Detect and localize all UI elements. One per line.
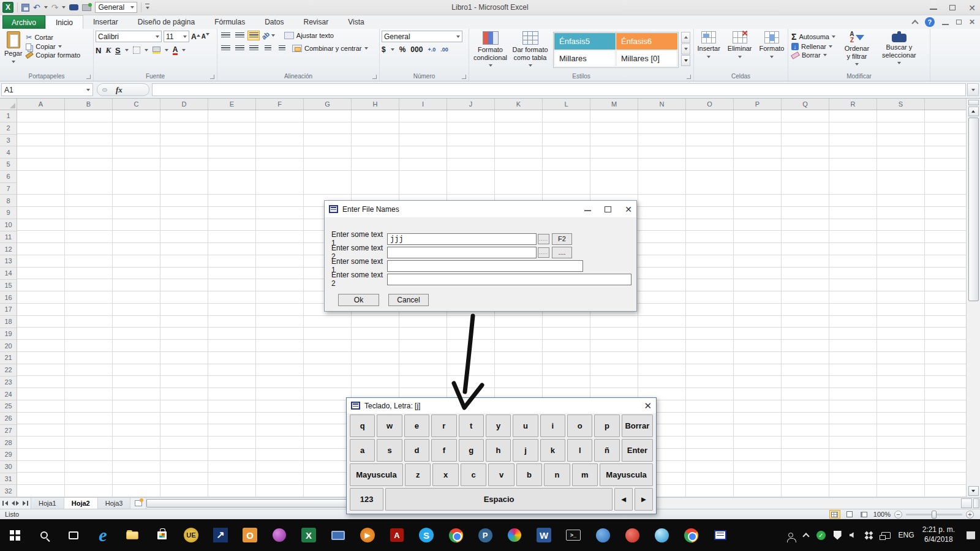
- fill-color-icon[interactable]: [153, 47, 160, 52]
- dialog-title-bar[interactable]: Enter File Names ✕: [325, 201, 636, 217]
- row-header[interactable]: 20: [0, 340, 17, 352]
- h-scroll-thumb[interactable]: [146, 499, 367, 508]
- row-header[interactable]: 13: [0, 255, 17, 268]
- undo-dropdown-arrow-icon[interactable]: [44, 6, 48, 10]
- key[interactable]: r: [431, 414, 456, 437]
- row-header[interactable]: 29: [0, 449, 17, 461]
- taskbar-icon[interactable]: [0, 519, 29, 551]
- increase-indent-button[interactable]: [276, 43, 288, 53]
- key[interactable]: y: [486, 414, 511, 437]
- language-indicator[interactable]: ENG: [899, 531, 914, 539]
- ribbon-tab[interactable]: Inicio: [45, 15, 83, 29]
- key[interactable]: h: [486, 439, 511, 462]
- key[interactable]: p: [594, 414, 619, 437]
- find-select-button[interactable]: Buscar yseleccionar: [877, 30, 921, 67]
- scroll-right-icon[interactable]: [961, 498, 972, 508]
- page-layout-view-button[interactable]: [844, 510, 855, 519]
- row-header[interactable]: 8: [0, 195, 17, 207]
- dialog-launcher-icon[interactable]: [210, 75, 214, 79]
- row-header[interactable]: 17: [0, 304, 17, 316]
- row-header[interactable]: 15: [0, 280, 17, 292]
- decrease-indent-button[interactable]: [262, 43, 274, 53]
- text-input[interactable]: [387, 274, 631, 285]
- row-header[interactable]: 18: [0, 316, 17, 328]
- orientation-icon[interactable]: ab: [260, 30, 271, 40]
- column-header[interactable]: J: [447, 99, 495, 110]
- column-header[interactable]: K: [495, 99, 543, 110]
- key[interactable]: d: [404, 439, 429, 462]
- dialog-launcher-icon[interactable]: [462, 75, 466, 79]
- cancel-button[interactable]: Cancel: [388, 294, 429, 306]
- text-input[interactable]: [387, 260, 583, 272]
- volume-icon[interactable]: [850, 533, 854, 538]
- dialog-launcher-icon[interactable]: [687, 75, 691, 79]
- text-input[interactable]: [387, 247, 537, 258]
- cell-style-item[interactable]: Millares [0]: [616, 50, 677, 67]
- row-header[interactable]: 4: [0, 146, 17, 159]
- zoom-level[interactable]: 100%: [873, 511, 891, 518]
- last-sheet-icon[interactable]: [23, 501, 28, 506]
- key[interactable]: ñ: [594, 439, 619, 462]
- gallery-up-icon[interactable]: [681, 32, 690, 43]
- currency-format-button[interactable]: $: [382, 45, 386, 54]
- autosum-button[interactable]: ΣAutosuma: [790, 31, 837, 42]
- taskbar-icon[interactable]: [441, 519, 470, 551]
- row-header[interactable]: 24: [0, 388, 17, 400]
- column-header[interactable]: S: [877, 99, 925, 110]
- taskbar-icon[interactable]: [500, 519, 529, 551]
- tray-expand-icon[interactable]: [802, 533, 809, 539]
- sheet-tab[interactable]: Hoja2: [64, 498, 98, 509]
- row-header[interactable]: 7: [0, 183, 17, 195]
- row-header[interactable]: 2: [0, 122, 17, 135]
- taskbar-icon[interactable]: ▶: [353, 519, 382, 551]
- sheet-tab[interactable]: Hoja3: [98, 498, 131, 509]
- row-header[interactable]: 11: [0, 231, 17, 244]
- align-left-button[interactable]: [219, 43, 232, 53]
- taskbar-icon[interactable]: [118, 519, 147, 551]
- grow-font-icon[interactable]: A: [191, 32, 200, 41]
- name-box[interactable]: A1: [1, 83, 93, 96]
- normal-view-button[interactable]: [829, 510, 840, 519]
- ribbon-tab[interactable]: Revisar: [294, 15, 339, 29]
- key[interactable]: x: [432, 463, 458, 486]
- ribbon-tab[interactable]: Archivo: [2, 15, 45, 29]
- row-header[interactable]: 22: [0, 364, 17, 377]
- font-color-icon[interactable]: A: [173, 46, 178, 55]
- key[interactable]: ◄: [614, 488, 633, 511]
- gallery-down-icon[interactable]: [681, 43, 690, 54]
- align-middle-button[interactable]: [233, 31, 246, 40]
- key[interactable]: a: [350, 439, 375, 462]
- scroll-down-icon[interactable]: [968, 486, 979, 496]
- row-header[interactable]: 9: [0, 207, 17, 219]
- restore-button[interactable]: [949, 5, 956, 10]
- taskbar-icon[interactable]: A: [382, 519, 412, 551]
- underline-button[interactable]: S: [115, 46, 121, 55]
- dialog-close-icon[interactable]: ✕: [625, 204, 632, 214]
- doc-restore-icon[interactable]: [956, 20, 962, 24]
- key[interactable]: m: [572, 463, 598, 486]
- taskbar-icon[interactable]: X: [294, 519, 323, 551]
- key[interactable]: Mayuscula: [600, 463, 653, 486]
- row-header[interactable]: 26: [0, 413, 17, 425]
- antivirus-check-icon[interactable]: ✓: [816, 531, 826, 540]
- network-icon[interactable]: [881, 532, 891, 539]
- percent-format-button[interactable]: %: [399, 45, 406, 54]
- fill-button[interactable]: ↓Rellenar: [790, 42, 837, 51]
- taskbar-icon[interactable]: [29, 519, 59, 551]
- row-header[interactable]: 6: [0, 171, 17, 183]
- key[interactable]: 123: [350, 488, 383, 511]
- taskbar-icon[interactable]: [647, 519, 676, 551]
- key[interactable]: z: [405, 463, 431, 486]
- zoom-slider[interactable]: [906, 514, 962, 515]
- defender-shield-icon[interactable]: [834, 531, 842, 540]
- ribbon-tab[interactable]: Vista: [338, 15, 374, 29]
- h-split-handle[interactable]: [973, 498, 979, 508]
- column-header[interactable]: L: [543, 99, 590, 110]
- key[interactable]: k: [540, 439, 565, 462]
- namebox-dropdown-icon[interactable]: [86, 89, 90, 93]
- doc-minimize-icon[interactable]: [942, 20, 949, 25]
- column-header[interactable]: N: [638, 99, 686, 110]
- column-header-partial[interactable]: [925, 99, 966, 110]
- taskbar-icon[interactable]: [676, 519, 706, 551]
- dialog-minimize-icon[interactable]: [584, 208, 591, 211]
